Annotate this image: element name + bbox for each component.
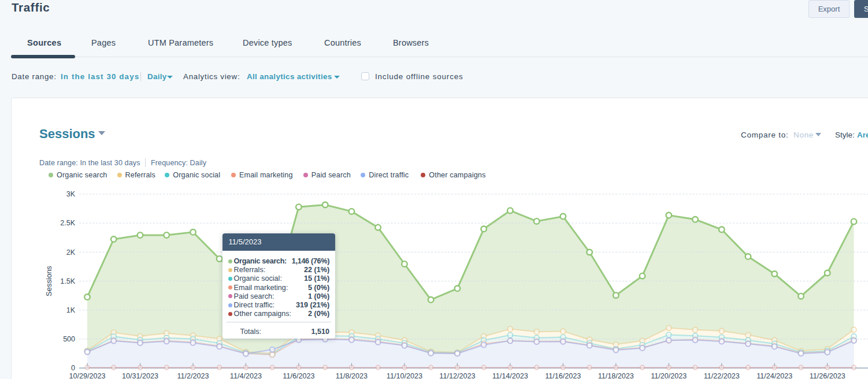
svg-text:11/18/2023: 11/18/2023 <box>598 372 634 379</box>
svg-text:0: 0 <box>71 364 75 372</box>
svg-text:11/8/2023: 11/8/2023 <box>336 372 368 379</box>
svg-text:Sessions: Sessions <box>44 266 53 296</box>
svg-text:11/2/2023: 11/2/2023 <box>177 372 209 379</box>
svg-text:11/12/2023: 11/12/2023 <box>439 372 475 379</box>
svg-text:2K: 2K <box>66 248 76 257</box>
svg-text:11/16/2023: 11/16/2023 <box>545 372 581 379</box>
svg-text:11/6/2023: 11/6/2023 <box>283 372 314 379</box>
svg-text:500: 500 <box>63 335 75 343</box>
svg-text:11/20/2023: 11/20/2023 <box>651 372 687 379</box>
svg-text:10/31/2023: 10/31/2023 <box>122 372 158 379</box>
svg-text:11/26/2023: 11/26/2023 <box>810 372 845 379</box>
svg-text:11/14/2023: 11/14/2023 <box>492 372 528 379</box>
svg-text:11/24/2023: 11/24/2023 <box>756 372 792 379</box>
svg-text:10/29/2023: 10/29/2023 <box>69 372 105 379</box>
svg-text:11/10/2023: 11/10/2023 <box>387 372 422 379</box>
svg-text:1.5K: 1.5K <box>60 277 75 285</box>
svg-text:1K: 1K <box>66 306 76 314</box>
svg-text:11/4/2023: 11/4/2023 <box>230 372 262 379</box>
svg-text:11/22/2023: 11/22/2023 <box>704 372 740 379</box>
svg-text:2.5K: 2.5K <box>60 219 75 227</box>
svg-text:3K: 3K <box>66 190 76 198</box>
